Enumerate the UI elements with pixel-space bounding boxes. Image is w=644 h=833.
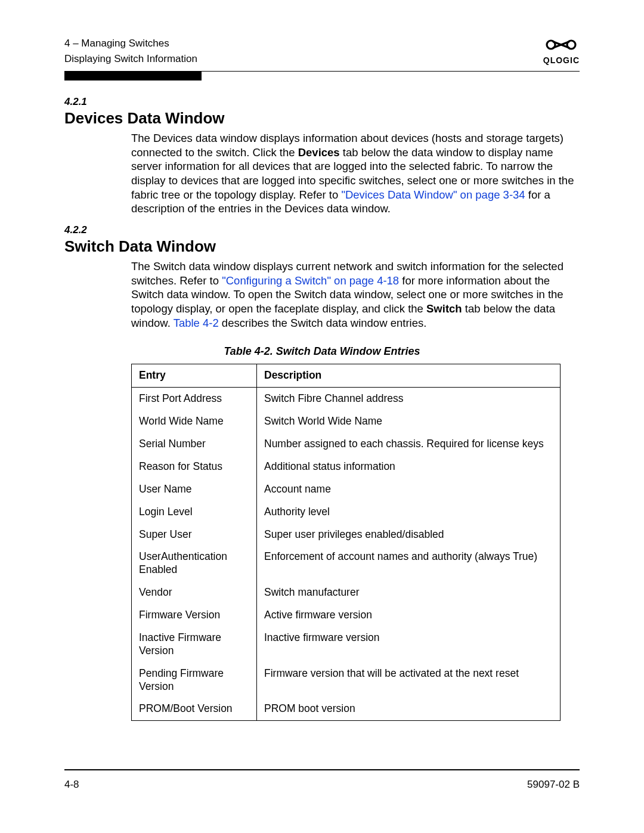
- section-number-421: 4.2.1: [64, 96, 580, 108]
- table-row: Reason for StatusAdditional status infor…: [132, 456, 561, 478]
- cell-entry: Firmware Version: [132, 604, 257, 627]
- cell-entry: Pending Firmware Version: [132, 662, 257, 698]
- col-header-entry: Entry: [132, 364, 257, 388]
- table-row: Pending Firmware VersionFirmware version…: [132, 662, 561, 698]
- table-row: User NameAccount name: [132, 478, 561, 501]
- header-line-1: 4 – Managing Switches: [64, 36, 197, 51]
- footer-rule: [64, 769, 580, 770]
- page-header: 4 – Managing Switches Displaying Switch …: [64, 36, 580, 71]
- cell-entry: PROM/Boot Version: [132, 698, 257, 720]
- section-title-switch: Switch Data Window: [64, 237, 580, 256]
- link-table-4-2[interactable]: Table 4-2: [174, 317, 219, 329]
- cell-entry: Vendor: [132, 581, 257, 604]
- qlogic-logo: QLOGIC: [543, 38, 580, 65]
- section-title-devices: Devices Data Window: [64, 109, 580, 128]
- cell-desc: Super user privileges enabled/disabled: [257, 524, 561, 546]
- switch-data-table: Entry Description First Port AddressSwit…: [131, 364, 561, 721]
- cell-desc: Firmware version that will be activated …: [257, 662, 561, 698]
- cell-desc: Switch Fibre Channel address: [257, 388, 561, 410]
- header-breadcrumb: 4 – Managing Switches Displaying Switch …: [64, 36, 197, 66]
- cell-desc: PROM boot version: [257, 698, 561, 720]
- cell-entry: World Wide Name: [132, 410, 257, 433]
- doc-number: 59097-02 B: [527, 779, 580, 791]
- section-number-422: 4.2.2: [64, 224, 580, 236]
- section-body-422: The Switch data window displays current …: [131, 259, 580, 330]
- cell-desc: Inactive firmware version: [257, 627, 561, 662]
- link-devices-window[interactable]: "Devices Data Window" on page 3-34: [341, 188, 525, 201]
- cell-desc: Authority level: [257, 501, 561, 524]
- cell-desc: Account name: [257, 478, 561, 501]
- cell-entry: First Port Address: [132, 388, 257, 410]
- cell-desc: Additional status information: [257, 456, 561, 478]
- table-row: Login LevelAuthority level: [132, 501, 561, 524]
- cell-entry: UserAuthentication Enabled: [132, 546, 257, 581]
- section-body-421: The Devices data window displays informa…: [131, 131, 580, 216]
- qlogic-logo-icon: [543, 38, 580, 54]
- cell-entry: Reason for Status: [132, 456, 257, 478]
- cell-entry: Login Level: [132, 501, 257, 524]
- qlogic-mark-icon: [544, 38, 578, 52]
- table-row: Firmware VersionActive firmware version: [132, 604, 561, 627]
- cell-entry: Serial Number: [132, 433, 257, 456]
- qlogic-logo-text: QLOGIC: [543, 55, 580, 65]
- cell-desc: Switch manufacturer: [257, 581, 561, 604]
- text: describes the Switch data window entries…: [219, 317, 427, 329]
- table-header-row: Entry Description: [132, 364, 561, 388]
- table-row: Super UserSuper user privileges enabled/…: [132, 524, 561, 546]
- cell-desc: Switch World Wide Name: [257, 410, 561, 433]
- table-row: First Port AddressSwitch Fibre Channel a…: [132, 388, 561, 410]
- table-row: PROM/Boot VersionPROM boot version: [132, 698, 561, 720]
- table-row: World Wide NameSwitch World Wide Name: [132, 410, 561, 433]
- table-body: First Port AddressSwitch Fibre Channel a…: [132, 388, 561, 721]
- cell-desc: Enforcement of account names and authori…: [257, 546, 561, 581]
- cell-entry: Inactive Firmware Version: [132, 627, 257, 662]
- cell-desc: Number assigned to each chassis. Require…: [257, 433, 561, 456]
- table-row: Serial NumberNumber assigned to each cha…: [132, 433, 561, 456]
- switch-tab-ref: Switch: [426, 302, 462, 315]
- table-row: VendorSwitch manufacturer: [132, 581, 561, 604]
- table-caption: Table 4-2. Switch Data Window Entries: [64, 345, 580, 358]
- table-row: UserAuthentication EnabledEnforcement of…: [132, 546, 561, 581]
- devices-tab-ref: Devices: [298, 146, 340, 159]
- page-footer: 4-8 59097-02 B: [64, 769, 580, 791]
- header-line-2: Displaying Switch Information: [64, 51, 197, 67]
- link-configuring-switch[interactable]: "Configuring a Switch" on page 4-18: [222, 274, 399, 287]
- cell-entry: Super User: [132, 524, 257, 546]
- table-row: Inactive Firmware VersionInactive firmwa…: [132, 627, 561, 662]
- cell-desc: Active firmware version: [257, 604, 561, 627]
- page-number: 4-8: [64, 779, 79, 791]
- header-black-bar: [64, 71, 202, 80]
- cell-entry: User Name: [132, 478, 257, 501]
- col-header-description: Description: [257, 364, 561, 388]
